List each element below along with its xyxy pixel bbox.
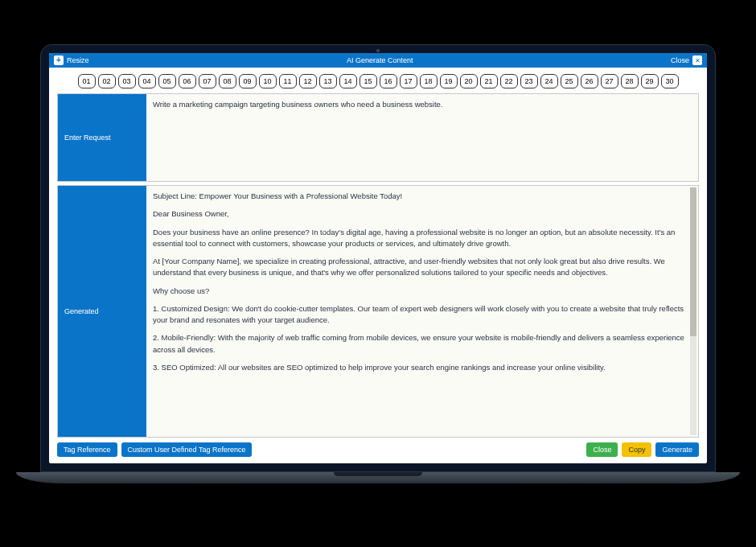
step-pill-13[interactable]: 13: [319, 74, 337, 88]
step-pill-11[interactable]: 11: [279, 74, 297, 88]
request-input[interactable]: Write a marketing campaign targeting bus…: [146, 94, 698, 181]
generated-paragraph: Why choose us?: [153, 286, 687, 297]
step-pill-22[interactable]: 22: [500, 74, 518, 88]
step-pill-30[interactable]: 30: [661, 74, 679, 88]
step-pill-07[interactable]: 07: [199, 74, 216, 88]
window-title: AI Generate Content: [347, 56, 413, 64]
laptop-notch: [334, 472, 422, 476]
step-pill-27[interactable]: 27: [601, 74, 618, 88]
step-pill-25[interactable]: 25: [561, 74, 578, 88]
generated-paragraph: 2. Mobile-Friendly: With the majority of…: [153, 332, 687, 356]
generated-paragraph: Subject Line: Empower Your Business with…: [153, 191, 687, 202]
close-button[interactable]: Close: [586, 442, 618, 457]
step-pill-01[interactable]: 01: [78, 74, 96, 88]
titlebar: + Resize AI Generate Content Close ✕: [49, 53, 707, 68]
custom-tag-reference-button[interactable]: Custom User Defined Tag Reference: [121, 442, 253, 457]
request-panel: Enter Request Write a marketing campaign…: [57, 93, 699, 182]
laptop-shadow: [72, 487, 684, 503]
step-pill-24[interactable]: 24: [540, 74, 558, 88]
step-pill-26[interactable]: 26: [581, 74, 598, 88]
close-icon[interactable]: ✕: [692, 56, 702, 65]
step-pill-28[interactable]: 28: [621, 74, 639, 88]
step-pill-14[interactable]: 14: [339, 74, 357, 88]
step-pill-06[interactable]: 06: [179, 74, 196, 88]
step-pill-16[interactable]: 16: [380, 74, 397, 88]
copy-button[interactable]: Copy: [622, 442, 651, 457]
generated-paragraph: Dear Business Owner,: [153, 208, 687, 220]
generated-panel-label: Generated: [58, 186, 146, 437]
step-pill-04[interactable]: 04: [138, 74, 156, 88]
request-panel-label: Enter Request: [58, 94, 146, 181]
step-pill-10[interactable]: 10: [259, 74, 277, 88]
resize-icon[interactable]: +: [54, 56, 64, 65]
tag-reference-button[interactable]: Tag Reference: [57, 442, 117, 457]
panels-area: Enter Request Write a marketing campaign…: [49, 93, 707, 438]
scrollbar-thumb[interactable]: [690, 187, 696, 336]
scrollbar[interactable]: [690, 187, 696, 435]
screen-bezel: + Resize AI Generate Content Close ✕ 010…: [40, 44, 716, 472]
step-pill-17[interactable]: 17: [400, 74, 417, 88]
step-pill-15[interactable]: 15: [360, 74, 377, 88]
generated-paragraph: Does your business have an online presen…: [153, 227, 687, 250]
step-pill-23[interactable]: 23: [520, 74, 538, 88]
step-pill-05[interactable]: 05: [158, 74, 176, 88]
step-pill-21[interactable]: 21: [480, 74, 498, 88]
generate-button[interactable]: Generate: [655, 442, 699, 457]
app-window: + Resize AI Generate Content Close ✕ 010…: [49, 53, 707, 463]
laptop-base: [16, 472, 740, 483]
generated-panel: Generated Subject Line: Empower Your Bus…: [57, 185, 699, 438]
laptop-mockup: + Resize AI Generate Content Close ✕ 010…: [40, 44, 716, 503]
step-number-row: 0102030405060708091011121314151617181920…: [49, 68, 707, 93]
step-pill-12[interactable]: 12: [299, 74, 317, 88]
generated-paragraph: 3. SEO Optimized: All our websites are S…: [153, 362, 687, 373]
step-pill-02[interactable]: 02: [98, 74, 116, 88]
step-pill-29[interactable]: 29: [641, 74, 659, 88]
footer-bar: Tag Reference Custom User Defined Tag Re…: [49, 438, 707, 463]
step-pill-03[interactable]: 03: [118, 74, 136, 88]
step-pill-19[interactable]: 19: [440, 74, 458, 88]
resize-label[interactable]: Resize: [67, 56, 89, 64]
camera-icon: [376, 48, 380, 53]
generated-paragraph: At [Your Company Name], we specialize in…: [153, 256, 687, 279]
generated-output[interactable]: Subject Line: Empower Your Business with…: [146, 186, 698, 437]
step-pill-20[interactable]: 20: [460, 74, 478, 88]
step-pill-09[interactable]: 09: [239, 74, 257, 88]
generated-paragraph: 1. Customized Design: We don't do cookie…: [153, 303, 687, 327]
close-label[interactable]: Close: [671, 56, 689, 64]
step-pill-08[interactable]: 08: [219, 74, 236, 88]
step-pill-18[interactable]: 18: [420, 74, 438, 88]
